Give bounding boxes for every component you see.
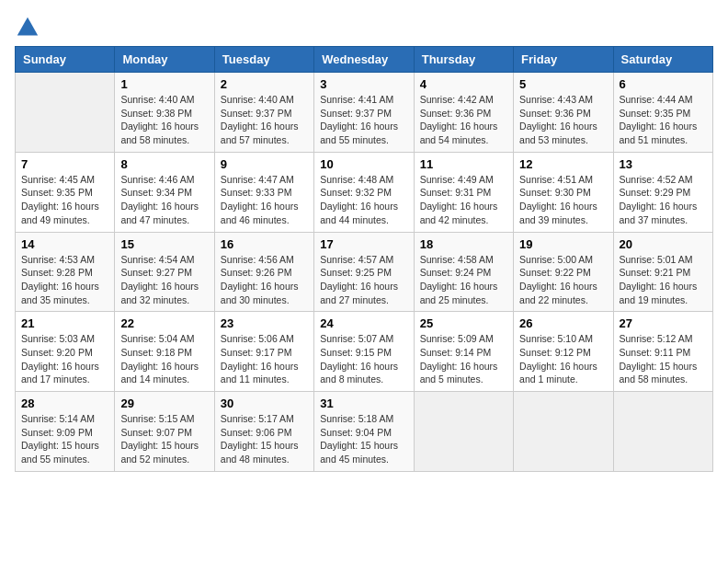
- day-info: Sunrise: 4:46 AM Sunset: 9:34 PM Dayligh…: [120, 173, 208, 227]
- day-number: 19: [519, 237, 607, 251]
- day-info: Sunrise: 4:54 AM Sunset: 9:27 PM Dayligh…: [120, 253, 208, 307]
- calendar-cell: 9Sunrise: 4:47 AM Sunset: 9:33 PM Daylig…: [214, 152, 313, 232]
- calendar-cell: 15Sunrise: 4:54 AM Sunset: 9:27 PM Dayli…: [115, 232, 214, 312]
- day-number: 18: [420, 237, 507, 251]
- day-number: 23: [221, 316, 308, 330]
- calendar-cell: 21Sunrise: 5:03 AM Sunset: 9:20 PM Dayli…: [16, 312, 115, 392]
- calendar-cell: 13Sunrise: 4:52 AM Sunset: 9:29 PM Dayli…: [613, 152, 712, 232]
- calendar-cell: [613, 392, 712, 472]
- day-info: Sunrise: 5:03 AM Sunset: 9:20 PM Dayligh…: [21, 332, 108, 386]
- calendar-cell: 6Sunrise: 4:44 AM Sunset: 9:35 PM Daylig…: [613, 73, 712, 153]
- calendar-cell: 1Sunrise: 4:40 AM Sunset: 9:38 PM Daylig…: [115, 73, 214, 153]
- day-info: Sunrise: 4:52 AM Sunset: 9:29 PM Dayligh…: [620, 173, 707, 227]
- calendar-cell: 18Sunrise: 4:58 AM Sunset: 9:24 PM Dayli…: [414, 232, 513, 312]
- header-thursday: Thursday: [414, 47, 513, 73]
- day-number: 28: [21, 396, 108, 410]
- day-number: 16: [221, 237, 308, 251]
- header-sunday: Sunday: [16, 47, 115, 73]
- calendar-cell: 2Sunrise: 4:40 AM Sunset: 9:37 PM Daylig…: [214, 73, 313, 153]
- day-info: Sunrise: 4:49 AM Sunset: 9:31 PM Dayligh…: [420, 173, 507, 227]
- day-info: Sunrise: 4:51 AM Sunset: 9:30 PM Dayligh…: [519, 173, 607, 227]
- day-info: Sunrise: 4:42 AM Sunset: 9:36 PM Dayligh…: [420, 93, 507, 147]
- day-info: Sunrise: 4:47 AM Sunset: 9:33 PM Dayligh…: [221, 173, 308, 227]
- calendar-cell: 29Sunrise: 5:15 AM Sunset: 9:07 PM Dayli…: [115, 392, 214, 472]
- calendar-cell: 4Sunrise: 4:42 AM Sunset: 9:36 PM Daylig…: [414, 73, 513, 153]
- day-number: 26: [519, 316, 607, 330]
- calendar-table: SundayMondayTuesdayWednesdayThursdayFrid…: [15, 46, 713, 472]
- day-info: Sunrise: 4:41 AM Sunset: 9:37 PM Dayligh…: [320, 93, 407, 147]
- day-number: 20: [620, 237, 707, 251]
- day-info: Sunrise: 5:10 AM Sunset: 9:12 PM Dayligh…: [519, 332, 607, 386]
- day-info: Sunrise: 5:06 AM Sunset: 9:17 PM Dayligh…: [221, 332, 308, 386]
- logo: [15, 15, 44, 40]
- calendar-cell: 19Sunrise: 5:00 AM Sunset: 9:22 PM Dayli…: [514, 232, 613, 312]
- day-info: Sunrise: 5:00 AM Sunset: 9:22 PM Dayligh…: [519, 253, 607, 307]
- calendar-cell: [514, 392, 613, 472]
- calendar-cell: 28Sunrise: 5:14 AM Sunset: 9:09 PM Dayli…: [16, 392, 115, 472]
- header-wednesday: Wednesday: [314, 47, 414, 73]
- day-number: 2: [221, 77, 308, 91]
- svg-marker-0: [17, 17, 38, 36]
- calendar-cell: 7Sunrise: 4:45 AM Sunset: 9:35 PM Daylig…: [16, 152, 115, 232]
- day-number: 7: [21, 157, 108, 171]
- day-number: 30: [221, 396, 308, 410]
- day-number: 14: [21, 237, 108, 251]
- calendar-cell: 10Sunrise: 4:48 AM Sunset: 9:32 PM Dayli…: [314, 152, 414, 232]
- calendar-cell: [414, 392, 513, 472]
- day-info: Sunrise: 5:04 AM Sunset: 9:18 PM Dayligh…: [120, 332, 208, 386]
- day-info: Sunrise: 5:01 AM Sunset: 9:21 PM Dayligh…: [620, 253, 707, 307]
- day-info: Sunrise: 5:15 AM Sunset: 9:07 PM Dayligh…: [120, 412, 208, 466]
- day-number: 25: [420, 316, 507, 330]
- day-number: 22: [120, 316, 208, 330]
- header-tuesday: Tuesday: [214, 47, 313, 73]
- day-number: 27: [620, 316, 707, 330]
- week-row-1: 1Sunrise: 4:40 AM Sunset: 9:38 PM Daylig…: [16, 73, 713, 153]
- logo-icon: [15, 15, 40, 40]
- calendar-cell: 26Sunrise: 5:10 AM Sunset: 9:12 PM Dayli…: [514, 312, 613, 392]
- day-number: 21: [21, 316, 108, 330]
- day-info: Sunrise: 5:12 AM Sunset: 9:11 PM Dayligh…: [620, 332, 707, 386]
- day-number: 10: [320, 157, 407, 171]
- day-number: 17: [320, 237, 407, 251]
- calendar-cell: [16, 73, 115, 153]
- header-row: SundayMondayTuesdayWednesdayThursdayFrid…: [16, 47, 713, 73]
- calendar-cell: 30Sunrise: 5:17 AM Sunset: 9:06 PM Dayli…: [214, 392, 313, 472]
- day-number: 31: [320, 396, 407, 410]
- calendar-cell: 11Sunrise: 4:49 AM Sunset: 9:31 PM Dayli…: [414, 152, 513, 232]
- calendar-cell: 16Sunrise: 4:56 AM Sunset: 9:26 PM Dayli…: [214, 232, 313, 312]
- header-monday: Monday: [115, 47, 214, 73]
- day-info: Sunrise: 4:45 AM Sunset: 9:35 PM Dayligh…: [21, 173, 108, 227]
- week-row-2: 7Sunrise: 4:45 AM Sunset: 9:35 PM Daylig…: [16, 152, 713, 232]
- day-number: 13: [620, 157, 707, 171]
- day-number: 8: [120, 157, 208, 171]
- day-info: Sunrise: 5:09 AM Sunset: 9:14 PM Dayligh…: [420, 332, 507, 386]
- day-info: Sunrise: 4:57 AM Sunset: 9:25 PM Dayligh…: [320, 253, 407, 307]
- day-info: Sunrise: 4:44 AM Sunset: 9:35 PM Dayligh…: [620, 93, 707, 147]
- day-number: 6: [620, 77, 707, 91]
- calendar-cell: 14Sunrise: 4:53 AM Sunset: 9:28 PM Dayli…: [16, 232, 115, 312]
- calendar-cell: 3Sunrise: 4:41 AM Sunset: 9:37 PM Daylig…: [314, 73, 414, 153]
- calendar-cell: 8Sunrise: 4:46 AM Sunset: 9:34 PM Daylig…: [115, 152, 214, 232]
- calendar-cell: 27Sunrise: 5:12 AM Sunset: 9:11 PM Dayli…: [613, 312, 712, 392]
- day-info: Sunrise: 5:07 AM Sunset: 9:15 PM Dayligh…: [320, 332, 407, 386]
- day-info: Sunrise: 4:43 AM Sunset: 9:36 PM Dayligh…: [519, 93, 607, 147]
- day-info: Sunrise: 5:17 AM Sunset: 9:06 PM Dayligh…: [221, 412, 308, 466]
- calendar-cell: 31Sunrise: 5:18 AM Sunset: 9:04 PM Dayli…: [314, 392, 414, 472]
- week-row-5: 28Sunrise: 5:14 AM Sunset: 9:09 PM Dayli…: [16, 392, 713, 472]
- calendar-cell: 20Sunrise: 5:01 AM Sunset: 9:21 PM Dayli…: [613, 232, 712, 312]
- header: [15, 15, 713, 40]
- day-info: Sunrise: 4:40 AM Sunset: 9:37 PM Dayligh…: [221, 93, 308, 147]
- day-info: Sunrise: 4:58 AM Sunset: 9:24 PM Dayligh…: [420, 253, 507, 307]
- calendar-cell: 12Sunrise: 4:51 AM Sunset: 9:30 PM Dayli…: [514, 152, 613, 232]
- day-number: 3: [320, 77, 407, 91]
- day-number: 1: [120, 77, 208, 91]
- week-row-3: 14Sunrise: 4:53 AM Sunset: 9:28 PM Dayli…: [16, 232, 713, 312]
- calendar-cell: 17Sunrise: 4:57 AM Sunset: 9:25 PM Dayli…: [314, 232, 414, 312]
- day-info: Sunrise: 4:40 AM Sunset: 9:38 PM Dayligh…: [120, 93, 208, 147]
- day-info: Sunrise: 4:48 AM Sunset: 9:32 PM Dayligh…: [320, 173, 407, 227]
- day-number: 24: [320, 316, 407, 330]
- calendar-cell: 5Sunrise: 4:43 AM Sunset: 9:36 PM Daylig…: [514, 73, 613, 153]
- day-number: 15: [120, 237, 208, 251]
- day-number: 11: [420, 157, 507, 171]
- calendar-cell: 25Sunrise: 5:09 AM Sunset: 9:14 PM Dayli…: [414, 312, 513, 392]
